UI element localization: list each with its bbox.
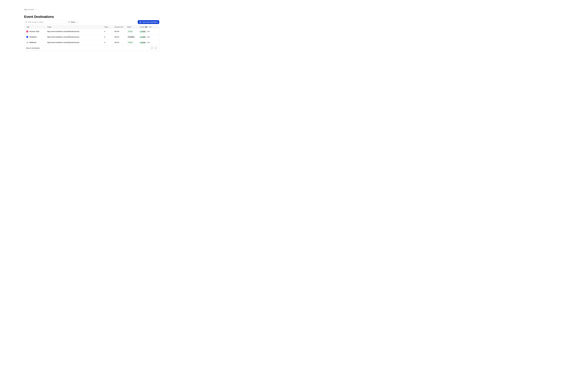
destination-type-label: Webhook [29, 42, 36, 44]
next-page-button[interactable] [154, 46, 158, 50]
chevron-down-icon [76, 22, 78, 23]
chevron-left-icon [151, 48, 153, 49]
status-badge: Disabled [127, 36, 135, 38]
destination-target-url: http://mock.hookdeck.com/webhooks/events [47, 42, 103, 44]
events-range-24h: 24h [145, 26, 148, 28]
page-title: Event Destinations [24, 15, 54, 19]
status-filter-label: Status [71, 21, 75, 23]
filter-lines-icon [68, 21, 70, 23]
column-header-topics: Topics [103, 26, 113, 28]
events-range-14d: 14d [149, 26, 152, 28]
event-destinations-table: Type Target Topics Success rate Status E… [24, 25, 159, 51]
events-sparkline-chart [140, 42, 146, 44]
pagination [150, 46, 158, 50]
chevron-right-icon [155, 48, 157, 49]
prev-page-button[interactable] [150, 46, 154, 50]
arrow-right-icon: → [35, 8, 36, 10]
search-input[interactable] [24, 20, 65, 24]
table-row[interactable]: Amazon SQS http://mock.hookdeck.com/webh… [24, 29, 159, 34]
plus-circle-icon [140, 21, 141, 23]
destination-target-url: http://mock.hookdeck.com/webhooks/events [47, 36, 103, 38]
destination-success-rate: 99.5% [113, 42, 126, 44]
add-button-label: Add event destination [142, 21, 158, 23]
events-sparkline-chart [140, 36, 146, 38]
back-link-label: Back to Acme [24, 9, 34, 10]
status-filter-button[interactable]: Status [66, 20, 79, 24]
hookdeck-icon [26, 36, 28, 38]
destination-topics-count: 4 [103, 42, 113, 44]
destination-type-label: Hookdeck [29, 36, 36, 38]
destination-success-rate: 99.5% [113, 36, 126, 38]
search-box [24, 20, 65, 24]
status-badge: Active [127, 30, 134, 33]
event-destinations-page: Back to Acme → Event Destinations Status [0, 0, 184, 118]
table-row[interactable]: Webhook http://mock.hookdeck.com/webhook… [24, 40, 159, 45]
back-link[interactable]: Back to Acme → [24, 8, 36, 10]
destination-success-rate: 99.5% [113, 30, 126, 32]
table-row[interactable]: Hookdeck http://mock.hookdeck.com/webhoo… [24, 34, 159, 40]
column-header-target: Target [47, 26, 103, 28]
destination-target-url: http://mock.hookdeck.com/webhooks/events [47, 30, 103, 32]
destination-type-label: Amazon SQS [29, 30, 39, 32]
column-header-status: Status [126, 26, 139, 28]
column-header-success-rate: Success rate [113, 26, 126, 28]
events-count: 3.3k [146, 30, 150, 32]
amazon-sqs-icon [26, 30, 28, 32]
events-count: 3.3k [146, 42, 150, 44]
events-sparkline-chart [140, 30, 146, 32]
row-count: 3event destination [26, 47, 40, 49]
table-footer: 3event destination [24, 45, 159, 51]
destination-topics-count: 4 [103, 36, 113, 38]
add-event-destination-button[interactable]: Add event destination [138, 20, 159, 24]
table-body: Amazon SQS http://mock.hookdeck.com/webh… [24, 29, 159, 45]
column-header-type: Type [26, 26, 47, 28]
table-header-row: Type Target Topics Success rate Status E… [24, 26, 159, 29]
status-badge: Active [127, 41, 134, 44]
column-header-events: Events24h·14d [139, 26, 157, 28]
events-count: 3.3k [146, 36, 150, 38]
webhook-icon [26, 42, 28, 44]
toolbar: Status Add event destination [24, 20, 159, 24]
destination-topics-count: 4 [103, 30, 113, 32]
